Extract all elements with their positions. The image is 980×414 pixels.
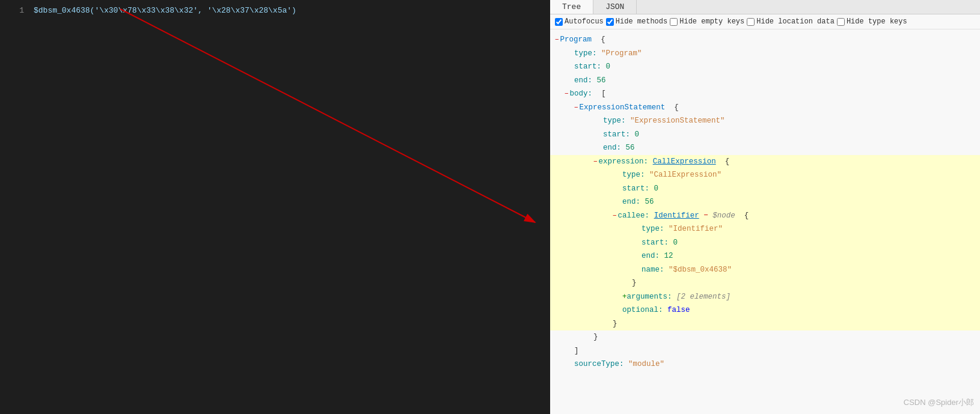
program-key: Program: [560, 33, 592, 47]
ce-end-val: 56: [645, 195, 654, 209]
tree-row-id-start: start: 0: [550, 236, 980, 250]
tree-row-es-close: }: [550, 330, 980, 344]
expression-statement-key: ExpressionStatement: [580, 101, 666, 115]
toggle-program[interactable]: −: [555, 34, 559, 46]
optional-key: optional:: [622, 303, 663, 317]
autofocus-checkbox[interactable]: [555, 18, 563, 26]
callee-close-bracket: }: [632, 276, 637, 290]
hide-type-keys-checkbox[interactable]: [837, 18, 845, 26]
expression-key: expression:: [599, 155, 649, 169]
es-type-key: type:: [603, 114, 626, 128]
toggle-expression-statement[interactable]: −: [574, 102, 578, 114]
toggle-body[interactable]: −: [565, 88, 569, 100]
ce-start-val: 0: [654, 182, 659, 196]
tab-json[interactable]: JSON: [593, 0, 637, 14]
es-bracket: {: [665, 101, 679, 115]
option-hide-empty-keys[interactable]: Hide empty keys: [670, 17, 744, 26]
options-bar: Autofocus Hide methods Hide empty keys H…: [550, 14, 980, 29]
hide-location-data-label: Hide location data: [756, 17, 835, 26]
option-hide-location-data[interactable]: Hide location data: [747, 17, 835, 26]
tree-row-arguments: + arguments: [2 elements]: [550, 290, 980, 304]
ce-type-key: type:: [622, 168, 645, 182]
id-end-val: 12: [664, 249, 673, 263]
tree-row-id-end: end: 12: [550, 249, 980, 263]
tree-row-ce-start: start: 0: [550, 182, 980, 196]
name-val: "$dbsm_0x4638": [669, 263, 732, 277]
id-start-key: start:: [642, 236, 669, 250]
ce-close-bracket: }: [613, 317, 617, 331]
start-key: start:: [574, 60, 601, 74]
hide-methods-checkbox[interactable]: [606, 18, 614, 26]
type-key: type:: [574, 47, 597, 61]
toggle-expression[interactable]: −: [593, 156, 598, 168]
tree-row-program: − Program {: [550, 33, 980, 47]
arrow-overlay: [0, 0, 550, 414]
pointer-arrow: [120, 9, 535, 222]
end-key: end:: [574, 74, 592, 88]
ce-start-key: start:: [622, 182, 649, 196]
tree-row-expression-statement: − ExpressionStatement {: [550, 101, 980, 115]
code-line-1: 1 $dbsm_0x4638('\x30\x78\x33\x38\x32', '…: [0, 5, 550, 17]
callee-key: callee:: [618, 209, 650, 223]
code-area: 1 $dbsm_0x4638('\x30\x78\x33\x38\x32', '…: [0, 0, 550, 22]
tree-row-es-end: end: 56: [550, 141, 980, 155]
toggle-arguments[interactable]: +: [622, 290, 627, 304]
es-start-key: start:: [603, 128, 630, 142]
arguments-key: arguments:: [627, 290, 672, 304]
tree-row-optional: optional: false: [550, 303, 980, 317]
es-end-key: end:: [603, 141, 621, 155]
identifier-link[interactable]: Identifier: [654, 209, 699, 223]
tree-row-es-type: type: "ExpressionStatement": [550, 114, 980, 128]
tree-row-ce-type: type: "CallExpression": [550, 168, 980, 182]
start-val: 0: [606, 60, 611, 74]
source-type-key: sourceType:: [574, 358, 624, 371]
ce-end-key: end:: [622, 195, 640, 209]
code-editor: 1 $dbsm_0x4638('\x30\x78\x33\x38\x32', '…: [0, 0, 550, 414]
es-start-val: 0: [635, 128, 640, 142]
ast-panel: Tree JSON Autofocus Hide methods Hide em…: [550, 0, 980, 414]
tree-row-ce-close: }: [550, 317, 980, 331]
end-val: 56: [597, 74, 606, 88]
tree-row-expression: − expression: CallExpression {: [550, 155, 980, 169]
tree-row-es-start: start: 0: [550, 128, 980, 142]
arguments-meta: [2 elements]: [676, 290, 730, 304]
tab-tree[interactable]: Tree: [550, 0, 593, 14]
hide-methods-label: Hide methods: [616, 17, 667, 26]
tree-row-id-name: name: "$dbsm_0x4638": [550, 263, 980, 277]
hide-empty-keys-checkbox[interactable]: [670, 18, 678, 26]
option-hide-type-keys[interactable]: Hide type keys: [837, 17, 907, 26]
id-type-val: "Identifier": [669, 222, 723, 236]
node-meta: $node: [712, 209, 735, 223]
id-type-key: type:: [642, 222, 664, 236]
tree-content[interactable]: − Program { type: "Program" start: 0 end…: [550, 29, 980, 414]
line-number: 1: [7, 5, 24, 17]
tree-row-end: end: 56: [550, 74, 980, 88]
tree-row-id-type: type: "Identifier": [550, 222, 980, 236]
tree-row-ce-end: end: 56: [550, 195, 980, 209]
body-bracket: [: [592, 87, 606, 101]
toggle-callee[interactable]: −: [613, 210, 617, 222]
option-hide-methods[interactable]: Hide methods: [606, 17, 667, 26]
minus-node: −: [703, 209, 708, 223]
tree-row-source-type: sourceType: "module": [550, 358, 980, 371]
code-identifier: $dbsm_0x4638('\x30\x78\x33\x38\x32', '\x…: [34, 6, 296, 15]
call-expression-link[interactable]: CallExpression: [653, 155, 716, 169]
code-text: $dbsm_0x4638('\x30\x78\x33\x38\x32', '\x…: [34, 5, 296, 17]
tree-row-callee-close: }: [550, 276, 980, 290]
es-end-val: 56: [626, 141, 635, 155]
tree-row-body: − body: [: [550, 87, 980, 101]
body-close-bracket: ]: [574, 344, 579, 358]
optional-val: false: [667, 303, 690, 317]
tab-bar: Tree JSON: [550, 0, 980, 14]
tree-row-start: start: 0: [550, 60, 980, 74]
es-close-bracket: }: [593, 330, 598, 344]
id-start-val: 0: [673, 236, 678, 250]
tree-row-body-close: ]: [550, 344, 980, 358]
watermark: CSDN @Spider小郎: [904, 397, 974, 408]
option-autofocus[interactable]: Autofocus: [555, 17, 604, 26]
es-type-val: "ExpressionStatement": [630, 114, 725, 128]
program-bracket: {: [592, 33, 605, 47]
hide-location-data-checkbox[interactable]: [747, 18, 755, 26]
hide-empty-keys-label: Hide empty keys: [679, 17, 744, 26]
source-type-val: "module": [628, 358, 664, 371]
